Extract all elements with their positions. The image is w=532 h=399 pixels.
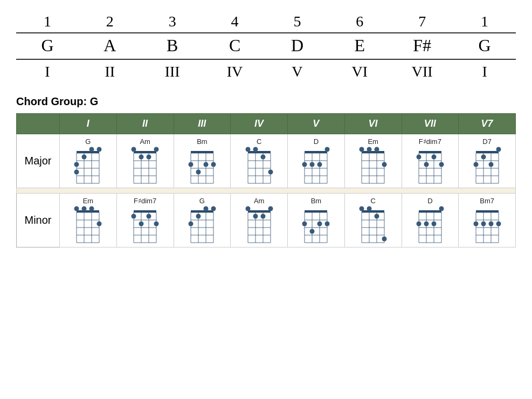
svg-rect-15	[134, 151, 156, 153]
svg-point-97	[431, 155, 436, 160]
svg-point-193	[360, 207, 364, 211]
svg-rect-211	[476, 210, 499, 212]
chord-cell: D	[402, 194, 459, 247]
svg-point-10	[74, 162, 79, 167]
svg-point-151	[188, 222, 193, 226]
svg-rect-57	[305, 151, 327, 153]
minor-label: Minor	[17, 214, 59, 226]
svg-rect-127	[134, 210, 156, 212]
svg-point-28	[154, 147, 159, 152]
svg-rect-43	[248, 151, 271, 153]
svg-point-40	[196, 170, 201, 175]
minor-row: Minor EmF♯dim7GAmBmCDBm7	[17, 194, 516, 247]
svg-point-26	[139, 155, 144, 160]
svg-point-153	[203, 207, 208, 211]
svg-point-109	[473, 162, 478, 167]
svg-point-70	[325, 147, 330, 152]
svg-point-181	[317, 222, 322, 226]
svg-point-182	[325, 222, 330, 226]
chord-cell: Am	[116, 134, 174, 188]
svg-point-210	[439, 207, 444, 211]
svg-point-138	[139, 222, 144, 226]
svg-point-56	[268, 170, 273, 175]
svg-point-42	[211, 162, 216, 167]
svg-point-166	[253, 214, 258, 219]
svg-point-27	[147, 155, 151, 160]
chord-cell: C	[344, 194, 402, 247]
svg-point-12	[89, 147, 94, 152]
chord-cell: D7	[459, 134, 516, 188]
svg-point-168	[268, 207, 273, 211]
chord-table: IIIIIIIVVVIVIIV7 Major GAmBmCDEmF♯dim7D7…	[16, 113, 516, 247]
svg-rect-85	[419, 151, 441, 153]
svg-point-209	[431, 222, 436, 226]
svg-point-207	[416, 222, 421, 226]
chord-cell: G	[60, 134, 117, 188]
chord-table-header: IIIIIIIVVVIVIIV7	[17, 114, 516, 134]
svg-rect-71	[362, 151, 384, 153]
svg-point-195	[375, 214, 379, 219]
chord-cell: F♯dim7	[402, 134, 459, 188]
svg-point-221	[473, 222, 478, 226]
svg-rect-183	[362, 210, 384, 212]
svg-point-13	[97, 147, 102, 152]
svg-point-152	[196, 214, 201, 219]
scale-notes-row: GABCDEF#G	[16, 33, 516, 59]
svg-point-196	[382, 237, 387, 242]
chord-cell: Bm7	[459, 194, 516, 247]
svg-point-125	[89, 207, 94, 211]
svg-rect-113	[77, 210, 99, 212]
svg-point-123	[74, 207, 79, 211]
svg-rect-197	[419, 210, 441, 212]
chord-group-label: Chord Group: G	[16, 95, 516, 108]
svg-rect-29	[191, 151, 213, 153]
svg-point-110	[481, 155, 486, 160]
svg-point-68	[310, 162, 315, 167]
svg-point-84	[382, 162, 387, 167]
svg-point-112	[496, 147, 501, 152]
svg-point-180	[310, 229, 315, 234]
svg-point-222	[481, 222, 486, 226]
svg-point-139	[147, 214, 151, 219]
major-label: Major	[17, 155, 59, 167]
scale-table: 12345671 GABCDEF#G IIIIIIIVVVIVIII	[16, 11, 516, 86]
svg-point-167	[260, 214, 265, 219]
chord-cell: Am	[231, 194, 288, 247]
divider-row	[17, 188, 516, 194]
scale-roman-row: IIIIIIIVVVIVIII	[16, 59, 516, 86]
chord-cell: Bm	[174, 134, 231, 188]
svg-point-41	[203, 162, 208, 167]
svg-point-165	[245, 207, 250, 211]
svg-point-39	[188, 162, 193, 167]
chord-cell: Em	[60, 194, 117, 247]
svg-point-194	[367, 207, 372, 211]
svg-rect-0	[77, 151, 99, 153]
svg-point-69	[317, 162, 322, 167]
svg-rect-99	[476, 151, 499, 153]
chord-cell: Em	[344, 134, 402, 188]
svg-point-82	[367, 147, 372, 152]
svg-point-111	[488, 162, 493, 167]
svg-point-25	[132, 147, 136, 152]
scale-numbers-row: 12345671	[16, 11, 516, 33]
chord-cell: Bm	[288, 194, 345, 247]
svg-rect-141	[191, 210, 213, 212]
svg-point-208	[424, 222, 429, 226]
svg-point-54	[253, 147, 258, 152]
major-row: Major GAmBmCDEmF♯dim7D7	[17, 134, 516, 188]
svg-point-11	[82, 155, 87, 160]
svg-point-224	[496, 222, 501, 226]
svg-point-96	[424, 162, 429, 167]
svg-point-137	[132, 214, 136, 219]
chord-cell: G	[174, 194, 231, 247]
chord-cell: D	[288, 134, 345, 188]
chord-cell: F♯dim7	[116, 194, 174, 247]
svg-rect-155	[248, 210, 271, 212]
svg-point-55	[260, 155, 265, 160]
svg-point-223	[488, 222, 493, 226]
svg-point-140	[154, 222, 159, 226]
svg-point-95	[416, 155, 421, 160]
svg-point-83	[375, 147, 379, 152]
svg-point-98	[439, 162, 444, 167]
chord-cell: C	[231, 134, 288, 188]
